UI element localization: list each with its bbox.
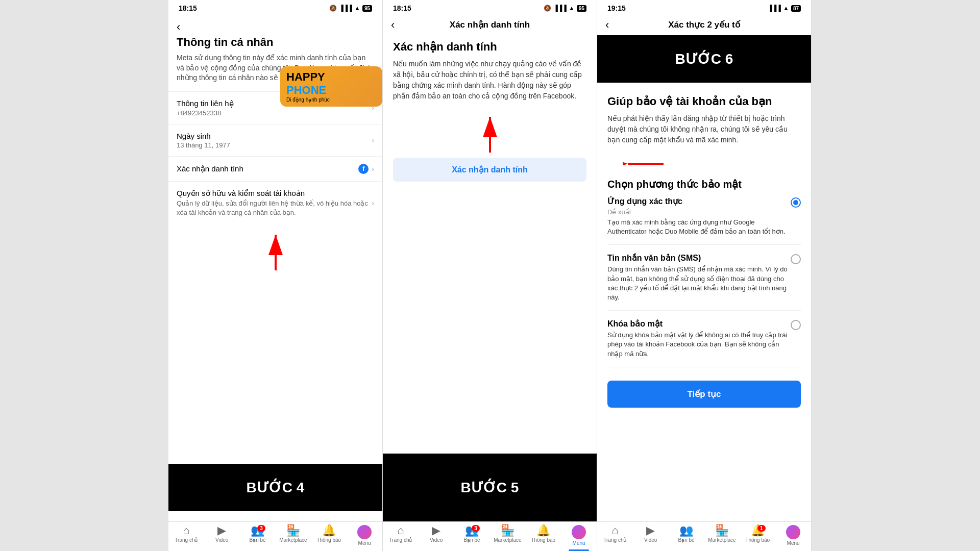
- nav-friends-3[interactable]: 👥 Bạn bè: [669, 525, 704, 546]
- security-section-title: Chọn phương thức bảo mật: [607, 178, 801, 190]
- nav-bell-3[interactable]: 🔔 Thông báo 1: [740, 525, 775, 546]
- nav-menu-1[interactable]: Menu: [347, 525, 382, 546]
- battery-3: 87: [791, 5, 801, 12]
- menu-label-2: Menu: [573, 540, 585, 546]
- menu-item-contact-label: Thông tin liên hệ +84923452338: [177, 99, 234, 117]
- step-banner-2: BƯỚC 5: [383, 454, 597, 521]
- battery-1: 95: [362, 5, 372, 12]
- nav-video-3[interactable]: ▶ Video: [633, 525, 669, 546]
- arrow-annotation-2: [393, 112, 586, 153]
- status-bar-3: 19:15 ▐▐▐ ▲ 87: [597, 0, 811, 14]
- signal-icon-3: ▐▐▐: [768, 5, 781, 12]
- watermark-phone: PHONE: [286, 84, 376, 97]
- facebook-icon: f: [358, 164, 369, 174]
- signal-icon: ▐▐▐: [339, 5, 352, 12]
- continue-btn[interactable]: Tiếp tục: [607, 381, 801, 408]
- arrow-annotation-1: [168, 224, 382, 272]
- marketplace-label-1: Marketplace: [279, 537, 307, 543]
- wifi-icon: ▲: [354, 5, 360, 12]
- back-btn-3[interactable]: ‹: [605, 18, 609, 32]
- status-icons-3: ▐▐▐ ▲ 87: [768, 5, 801, 12]
- security-option-3[interactable]: Khóa bảo mật Sử dụng khóa bảo mật vật lý…: [607, 319, 801, 367]
- security-option-2[interactable]: Tin nhắn văn bản (SMS) Dùng tin nhắn văn…: [607, 253, 801, 311]
- back-button-1[interactable]: ‹: [168, 14, 382, 36]
- friends-badge-2: 3: [472, 525, 480, 532]
- bell-label-1: Thông báo: [316, 537, 341, 543]
- home-icon-1: ⌂: [183, 525, 189, 536]
- watermark-happy: HAPPY: [286, 70, 376, 84]
- phone-2: 18:15 🔕 ▐▐▐ ▲ 95 ‹ Xác nhận danh tính Xá…: [383, 0, 597, 551]
- menu-label-3: Menu: [787, 540, 800, 546]
- video-label-1: Video: [215, 537, 228, 543]
- nav-marketplace-3[interactable]: 🏪 Marketplace: [704, 525, 740, 546]
- friends-label-1: Bạn bè: [250, 537, 266, 543]
- bottom-nav-1: ⌂ Trang chủ ▶ Video 👥 Bạn bè 3 🏪 Marketp…: [168, 521, 382, 551]
- option-1-sub: Đề xuất: [607, 208, 791, 216]
- nav-bell-2[interactable]: 🔔 Thông báo: [525, 525, 561, 546]
- signal-icon-2: ▐▐▐: [553, 5, 567, 12]
- chevron-icon-4: ›: [372, 199, 374, 207]
- nav-menu-2[interactable]: Menu: [561, 525, 597, 546]
- security-option-1[interactable]: Ứng dụng xác thực Đề xuất Tạo mã xác min…: [607, 196, 801, 245]
- option-3-content: Khóa bảo mật Sử dụng khóa bảo mật vật lý…: [607, 319, 791, 359]
- option-1-title: Ứng dụng xác thực: [607, 196, 791, 206]
- menu-item-ownership[interactable]: Quyền sở hữu và kiểm soát tài khoản Quản…: [168, 181, 382, 224]
- phone-3: 19:15 ▐▐▐ ▲ 87 ‹ Xác thực 2 yếu tố BƯỚC …: [597, 0, 812, 551]
- watermark-box: HAPPY PHONE Di động hạnh phúc: [280, 66, 382, 107]
- shop-icon-3: 🏪: [715, 525, 729, 536]
- red-arrow-1: [260, 230, 291, 270]
- watermark-overlay: HAPPY PHONE Di động hạnh phúc: [280, 66, 382, 107]
- nav-marketplace-2[interactable]: 🏪 Marketplace: [489, 525, 525, 546]
- verify-identity-btn[interactable]: Xác nhận danh tính: [393, 158, 586, 182]
- top-bar-2: ‹ Xác nhận danh tính: [383, 14, 597, 35]
- status-bar-1: 18:15 🔕 ▐▐▐ ▲ 95: [168, 0, 382, 14]
- bell-label-2: Thông báo: [531, 537, 555, 543]
- ownership-left: Quyền sở hữu và kiểm soát tài khoản Quản…: [177, 189, 372, 217]
- marketplace-label-3: Marketplace: [708, 537, 736, 543]
- nav-bell-1[interactable]: 🔔 Thông báo: [311, 525, 347, 546]
- verify-id-right: f ›: [358, 164, 374, 174]
- friends-label-3: Bạn bè: [678, 537, 695, 543]
- status-icons-1: 🔕 ▐▐▐ ▲ 95: [329, 5, 372, 12]
- watermark-sub: Di động hạnh phúc: [286, 97, 376, 103]
- friends-label-2: Bạn bè: [464, 537, 480, 543]
- status-icons-2: 🔕 ▐▐▐ ▲ 95: [544, 5, 586, 12]
- red-arrow-3: [623, 154, 664, 174]
- nav-marketplace-1[interactable]: 🏪 Marketplace: [275, 525, 311, 546]
- shop-icon-1: 🏪: [286, 525, 300, 536]
- nav-home-3[interactable]: ⌂ Trang chủ: [597, 525, 633, 546]
- radio-2[interactable]: [791, 254, 801, 264]
- radio-1[interactable]: [791, 197, 801, 208]
- option-1-header: Ứng dụng xác thực Đề xuất Tạo mã xác min…: [607, 196, 801, 236]
- nav-friends-2[interactable]: 👥 Bạn bè 3: [454, 525, 490, 546]
- nav-home-1[interactable]: ⌂ Trang chủ: [168, 525, 204, 546]
- option-2-content: Tin nhắn văn bản (SMS) Dùng tin nhắn văn…: [607, 253, 791, 302]
- birthday-sub: 13 tháng 11, 1977: [177, 141, 230, 149]
- step-banner-1: BƯỚC 4: [168, 464, 382, 511]
- nav-video-2[interactable]: ▶ Video: [419, 525, 454, 546]
- ownership-right: ›: [372, 199, 374, 207]
- menu-avatar-3: [786, 525, 800, 539]
- nav-menu-3[interactable]: Menu: [775, 525, 811, 546]
- option-2-desc: Dùng tin nhắn văn bản (SMS) để nhận mã x…: [607, 265, 791, 302]
- menu-item-verify-id[interactable]: Xác nhận danh tính f ›: [168, 156, 382, 181]
- home-label-2: Trang chủ: [389, 537, 412, 543]
- nav-friends-1[interactable]: 👥 Bạn bè 3: [240, 525, 276, 546]
- chevron-icon-2: ›: [372, 136, 374, 144]
- ownership-sub: Quản lý dữ liệu, sửa đổi người liên hệ t…: [177, 199, 372, 217]
- option-1-content: Ứng dụng xác thực Đề xuất Tạo mã xác min…: [607, 196, 791, 236]
- option-2-title: Tin nhắn văn bản (SMS): [607, 253, 791, 263]
- shop-icon-2: 🏪: [501, 525, 514, 536]
- radio-3[interactable]: [791, 320, 801, 330]
- video-icon-1: ▶: [217, 525, 226, 536]
- nav-video-1[interactable]: ▶ Video: [204, 525, 240, 546]
- page-title-1: Thông tin cá nhân: [168, 36, 382, 53]
- section-title-3: Giúp bảo vệ tài khoản của bạn: [607, 91, 801, 108]
- menu-avatar-2: [572, 525, 586, 539]
- bell-label-3: Thông báo: [745, 537, 770, 543]
- nav-home-2[interactable]: ⌂ Trang chủ: [383, 525, 419, 546]
- menu-item-birthday[interactable]: Ngày sinh 13 tháng 11, 1977 ›: [168, 124, 382, 156]
- back-btn-2[interactable]: ‹: [391, 18, 395, 32]
- battery-2: 95: [577, 5, 586, 12]
- bell-nav-icon-2: 🔔: [536, 525, 550, 536]
